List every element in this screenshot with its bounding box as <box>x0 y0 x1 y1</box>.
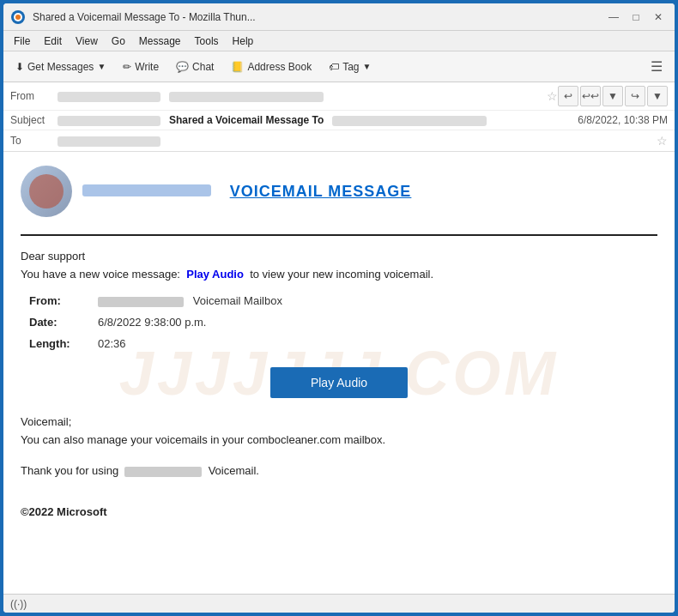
message-line: You have a new voice message: Play Audio… <box>21 268 657 281</box>
chat-button[interactable]: 💬 Chat <box>169 57 221 76</box>
greeting: Dear support <box>21 250 657 263</box>
company-logo <box>21 166 72 217</box>
write-icon: ✏ <box>123 61 131 73</box>
more-button[interactable]: ▼ <box>647 86 668 106</box>
window-title: Shared a Voicemail Message To - Mozilla … <box>33 11 604 23</box>
tag-dropdown-icon: ▼ <box>363 62 372 71</box>
tag-button[interactable]: 🏷 Tag ▼ <box>322 57 378 76</box>
from-row: From ☆ ↩ ↩↩ ▼ ↪ ▼ <box>3 82 675 111</box>
menu-file[interactable]: File <box>7 33 37 49</box>
footer-title: Voicemail; <box>21 415 657 428</box>
logo-inner <box>29 174 64 208</box>
subject-text: Shared a Voicemail Message To <box>169 114 324 126</box>
write-button[interactable]: ✏ Write <box>116 57 166 76</box>
tag-icon: 🏷 <box>329 61 339 73</box>
footer-line1: You can also manage your voicemails in y… <box>21 433 657 446</box>
get-messages-button[interactable]: ⬇ Get Messages ▼ <box>9 57 112 76</box>
copyright: ©2022 Microsoft <box>21 505 657 518</box>
footer-thank-you: Thank you for using <box>21 464 118 477</box>
to-value <box>58 135 651 147</box>
menu-go[interactable]: Go <box>105 33 132 49</box>
footer-section: Voicemail; You can also manage your voic… <box>21 415 657 518</box>
info-length-row: Length: 02:36 <box>29 337 657 350</box>
menu-view[interactable]: View <box>69 33 105 49</box>
write-label: Write <box>135 61 159 73</box>
email-date: 6/8/2022, 10:38 PM <box>578 114 668 126</box>
nav-buttons: ↩ ↩↩ ▼ ↪ ▼ <box>558 86 668 106</box>
get-messages-dropdown-icon[interactable]: ▼ <box>97 62 106 71</box>
info-from-row: From: Voicemail Mailbox <box>29 294 657 307</box>
info-date-label: Date: <box>29 316 98 329</box>
play-audio-inline-link[interactable]: Play Audio <box>186 268 244 281</box>
hamburger-menu-button[interactable]: ☰ <box>644 55 669 78</box>
info-date-value: 6/8/2022 9:38:00 p.m. <box>98 316 206 329</box>
message-prefix: You have a new voice message: <box>21 268 180 281</box>
email-header: From ☆ ↩ ↩↩ ▼ ↪ ▼ Subject <box>3 82 675 152</box>
company-name-footer-blurred <box>124 467 202 477</box>
toolbar: ⬇ Get Messages ▼ ✏ Write 💬 Chat 📒 Addres… <box>3 51 675 82</box>
thunderbird-window: Shared a Voicemail Message To - Mozilla … <box>2 2 676 614</box>
footer-voicemail-suffix: Voicemail. <box>209 464 259 477</box>
logo-area: VOICEMAIL MESSAGE <box>21 166 657 224</box>
email-content: VOICEMAIL MESSAGE Dear support You have … <box>3 152 675 537</box>
menu-bar: File Edit View Go Message Tools Help <box>3 31 675 51</box>
reply-all-button[interactable]: ↩↩ <box>580 86 601 106</box>
connection-icon: ((·)) <box>10 598 27 610</box>
tag-label: Tag <box>342 61 359 73</box>
star-icon[interactable]: ☆ <box>547 89 558 103</box>
info-from-label: From: <box>29 294 98 307</box>
info-date-row: Date: 6/8/2022 9:38:00 p.m. <box>29 316 657 329</box>
subject-blurred <box>58 116 160 126</box>
nav-dropdown-button[interactable]: ▼ <box>602 86 623 106</box>
from-phone-blurred <box>98 297 184 307</box>
reply-button[interactable]: ↩ <box>558 86 578 106</box>
maximize-button[interactable]: □ <box>627 8 645 27</box>
footer-line2: Thank you for using Voicemail. <box>21 464 657 477</box>
info-length-label: Length: <box>29 337 98 350</box>
voicemail-title-link[interactable]: VOICEMAIL MESSAGE <box>230 183 412 200</box>
get-messages-icon: ⬇ <box>15 61 24 73</box>
from-label: From <box>10 90 58 102</box>
email-body: JJJJJJJ.COM VOICEMAIL MESSAGE Dear suppo… <box>3 152 675 594</box>
info-from-value: Voicemail Mailbox <box>98 294 282 307</box>
chat-label: Chat <box>192 61 214 73</box>
voicemail-mailbox-label: Voicemail Mailbox <box>193 294 282 307</box>
close-button[interactable]: ✕ <box>649 8 668 27</box>
to-address-blurred <box>58 136 160 147</box>
to-star-icon[interactable]: ☆ <box>657 134 668 148</box>
to-row: To ☆ <box>3 130 675 151</box>
svg-point-2 <box>15 15 21 20</box>
menu-help[interactable]: Help <box>226 33 261 49</box>
logo-text-area: VOICEMAIL MESSAGE <box>82 183 657 201</box>
subject-row: Subject Shared a Voicemail Message To 6/… <box>3 111 675 130</box>
menu-message[interactable]: Message <box>132 33 188 49</box>
window-controls: — □ ✕ <box>604 8 668 27</box>
menu-tools[interactable]: Tools <box>188 33 226 49</box>
forward-button[interactable]: ↪ <box>625 86 645 106</box>
company-name-blurred <box>82 184 211 196</box>
from-value <box>58 90 542 102</box>
subject-value: Shared a Voicemail Message To <box>58 114 571 126</box>
message-suffix: to view your new incoming voicemail. <box>250 268 433 281</box>
voicemail-info-table: From: Voicemail Mailbox Date: 6/8/2022 9… <box>29 294 657 350</box>
address-book-icon: 📒 <box>231 61 244 73</box>
subject-label: Subject <box>10 114 58 126</box>
divider <box>21 234 657 236</box>
app-icon <box>10 9 26 25</box>
from-address2-blurred <box>169 92 324 102</box>
to-label: To <box>10 135 58 147</box>
status-bar: ((·)) <box>3 594 675 613</box>
subject-to-blurred <box>332 116 487 126</box>
menu-edit[interactable]: Edit <box>37 33 69 49</box>
title-bar: Shared a Voicemail Message To - Mozilla … <box>3 3 675 31</box>
play-audio-button[interactable]: Play Audio <box>270 367 408 398</box>
from-address-blurred <box>58 92 160 102</box>
address-book-label: Address Book <box>247 61 312 73</box>
minimize-button[interactable]: — <box>604 8 623 27</box>
address-book-button[interactable]: 📒 Address Book <box>224 57 318 76</box>
get-messages-label: Get Messages <box>27 61 94 73</box>
info-length-value: 02:36 <box>98 337 126 350</box>
chat-icon: 💬 <box>176 61 189 73</box>
